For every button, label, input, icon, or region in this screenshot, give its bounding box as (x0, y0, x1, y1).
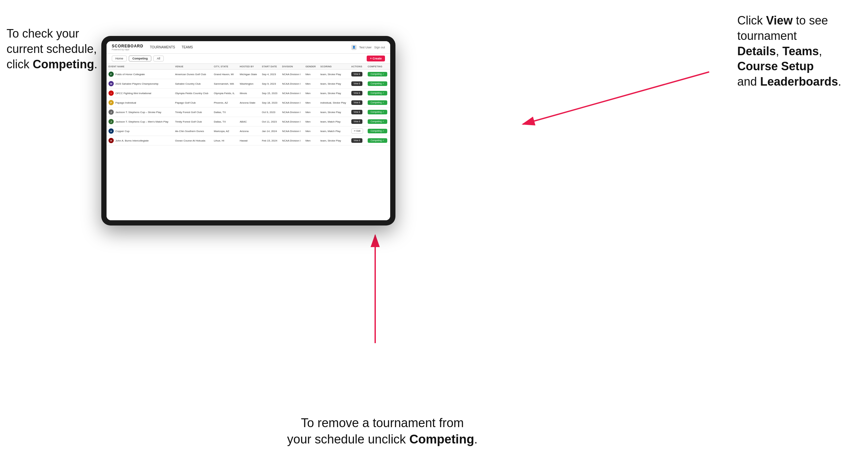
view-button[interactable]: View ℹ (351, 100, 363, 105)
view-button[interactable]: View ℹ (351, 119, 363, 124)
start-date-cell: Oct 9, 2023 (260, 107, 280, 117)
team-logo: F (108, 71, 114, 77)
gender-cell: Men (304, 117, 319, 126)
scoring-cell: team, Stroke Play (318, 107, 349, 117)
venue-cell: Trinity Forest Golf Club (173, 117, 212, 126)
division-cell: NCAA Division I (280, 126, 303, 136)
user-icon: 👤 (351, 45, 356, 50)
table-row: I OFCC Fighting Illini Invitational Olym… (106, 89, 390, 98)
table-row: A Copper Cup Ak-Chin Southern DunesMaric… (106, 126, 390, 136)
filter-home-btn[interactable]: Home (112, 56, 127, 61)
division-cell: NCAA Division I (280, 98, 303, 107)
actions-cell: View ℹ (349, 107, 366, 117)
city-state-cell: Lihue, HI (212, 136, 238, 146)
table-row: J Jackson T. Stephens Cup – Men's Match … (106, 117, 390, 126)
navbar-nav: TOURNAMENTS TEAMS (150, 45, 351, 49)
actions-cell: View ℹ (349, 89, 366, 98)
scoring-cell: individual, Stroke Play (318, 98, 349, 107)
gender-cell: Men (304, 107, 319, 117)
annotation-tr-4: , (776, 44, 782, 58)
col-event-name: EVENT NAME (106, 64, 173, 70)
filter-all-btn[interactable]: All (153, 56, 164, 61)
table-header-row: EVENT NAME VENUE CITY, STATE HOSTED BY S… (106, 64, 390, 70)
user-text: Test User (359, 46, 372, 49)
hosted-by-cell (238, 107, 260, 117)
team-logo: J (108, 110, 114, 115)
hosted-by-cell: Hawaii (238, 136, 260, 146)
navbar-right: 👤 Test User Sign out (351, 45, 385, 50)
col-city-state: CITY, STATE (212, 64, 238, 70)
view-button[interactable]: View ℹ (351, 110, 363, 114)
competing-button[interactable]: Competing ✓ (368, 91, 387, 95)
annotation-competing-bold: Competing (33, 58, 94, 71)
annotation-line1: To check your (6, 27, 79, 40)
competing-cell: Competing ✓ (366, 126, 390, 136)
team-logo: P (108, 100, 114, 105)
city-state-cell: Sammamish, WA (212, 79, 238, 89)
start-date-cell: Sep 4, 2023 (260, 70, 280, 79)
start-date-cell: Feb 15, 2024 (260, 136, 280, 146)
create-button[interactable]: + Create (367, 56, 385, 61)
competing-cell: Competing ✓ (366, 79, 390, 89)
annotation-tr-bold3: Teams (782, 44, 819, 58)
view-button[interactable]: View ℹ (351, 72, 363, 76)
competing-button[interactable]: Competing ✓ (368, 138, 387, 143)
competing-button[interactable]: Competing ✓ (368, 100, 387, 105)
annotation-tr-6: and (737, 75, 760, 88)
hosted-by-cell: Arizona (238, 126, 260, 136)
annotation-bottom-2: your schedule unclick (287, 432, 409, 446)
gender-cell: Men (304, 98, 319, 107)
gender-cell: Men (304, 126, 319, 136)
hosted-by-cell: Washington (238, 79, 260, 89)
city-state-cell: Olympia Fields, IL (212, 89, 238, 98)
col-competing: COMPETING (366, 64, 390, 70)
event-name-cell: F Folds of Honor Collegiate (106, 70, 173, 79)
competing-button[interactable]: Competing ✓ (368, 82, 387, 86)
nav-teams[interactable]: TEAMS (182, 45, 193, 49)
edit-button[interactable]: ✏ Edit (351, 128, 363, 134)
competing-button[interactable]: Competing ✓ (368, 129, 387, 133)
competing-cell: Competing ✓ (366, 117, 390, 126)
annotation-tr-bold2: Details (737, 44, 776, 58)
event-name-cell: W 2023 Sahalee Players Championship (106, 79, 173, 89)
annotation-tr-3: tournament (737, 29, 797, 42)
annotation-top-right: Click View to see tournament Details, Te… (737, 13, 862, 90)
nav-tournaments[interactable]: TOURNAMENTS (150, 45, 175, 49)
filter-competing-btn[interactable]: Competing (129, 56, 151, 61)
actions-cell: View ℹ (349, 70, 366, 79)
tablet-screen: SCOREBOARD Powered by clipd TOURNAMENTS … (106, 41, 390, 220)
scoring-cell: team, Stroke Play (318, 136, 349, 146)
actions-cell: View ℹ (349, 117, 366, 126)
team-logo: A (108, 128, 114, 134)
col-gender: GENDER (304, 64, 319, 70)
table-row: W 2023 Sahalee Players Championship Saha… (106, 79, 390, 89)
hosted-by-cell: ABAC (238, 117, 260, 126)
col-hosted-by: HOSTED BY (238, 64, 260, 70)
division-cell: NCAA Division I (280, 107, 303, 117)
col-actions: ACTIONS (349, 64, 366, 70)
start-date-cell: Jan 14, 2024 (260, 126, 280, 136)
division-cell: NCAA Division I (280, 136, 303, 146)
annotation-top-left: To check your current schedule, click Co… (6, 26, 118, 72)
tournaments-table-container: EVENT NAME VENUE CITY, STATE HOSTED BY S… (106, 64, 390, 220)
signout-link[interactable]: Sign out (374, 46, 385, 49)
scoring-cell: team, Stroke Play (318, 79, 349, 89)
competing-button[interactable]: Competing ✓ (368, 119, 387, 124)
actions-cell: ✏ Edit (349, 126, 366, 136)
city-state-cell: Dallas, TX (212, 107, 238, 117)
table-row: J Jackson T. Stephens Cup – Stroke Play … (106, 107, 390, 117)
hosted-by-cell: Arizona State (238, 98, 260, 107)
col-venue: VENUE (173, 64, 212, 70)
start-date-cell: Sep 9, 2023 (260, 79, 280, 89)
venue-cell: Olympia Fields Country Club (173, 89, 212, 98)
annotation-tr-2: to see (793, 14, 828, 27)
navbar: SCOREBOARD Powered by clipd TOURNAMENTS … (106, 41, 390, 54)
view-button[interactable]: View ℹ (351, 138, 363, 143)
start-date-cell: Sep 18, 2023 (260, 98, 280, 107)
view-button[interactable]: View ℹ (351, 91, 363, 95)
competing-button[interactable]: Competing ✓ (368, 72, 387, 76)
team-logo: I (108, 91, 114, 96)
view-button[interactable]: View ℹ (351, 82, 363, 86)
gender-cell: Men (304, 136, 319, 146)
competing-button[interactable]: Competing ✓ (368, 110, 387, 114)
